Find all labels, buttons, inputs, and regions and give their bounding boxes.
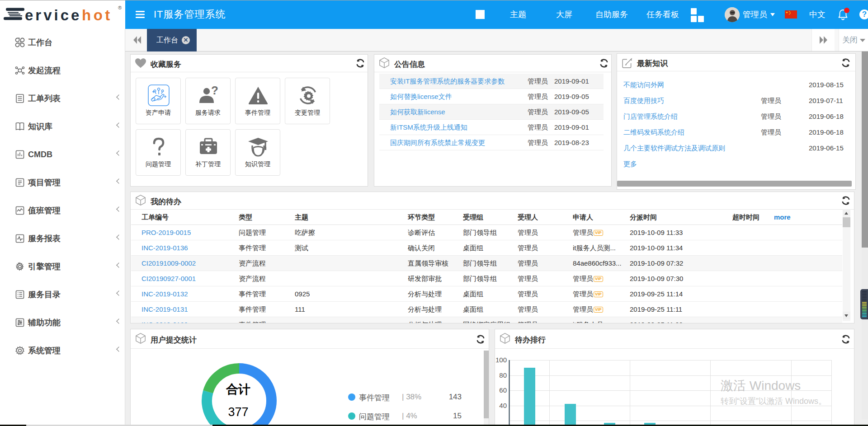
svg-text:?: ?: [211, 84, 218, 97]
svg-text:40: 40: [499, 402, 507, 409]
svg-text:®: ®: [118, 5, 122, 10]
svg-text:100: 100: [495, 356, 507, 364]
svg-text:hot: hot: [82, 7, 113, 23]
svg-text:60: 60: [499, 386, 507, 394]
svg-text:80: 80: [499, 371, 507, 379]
svg-text:ervice: ervice: [25, 7, 81, 23]
